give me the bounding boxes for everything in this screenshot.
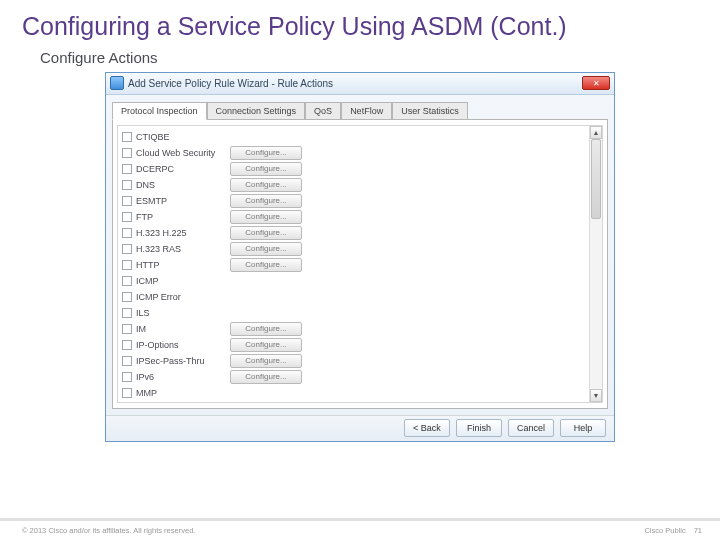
protocol-label: DNS [136, 180, 226, 190]
protocol-checkbox[interactable] [122, 228, 132, 238]
configure-button[interactable]: Configure... [230, 370, 302, 384]
protocol-checkbox[interactable] [122, 308, 132, 318]
protocol-label: FTP [136, 212, 226, 222]
protocol-checkbox[interactable] [122, 132, 132, 142]
scroll-up-icon[interactable]: ▲ [590, 126, 602, 139]
configure-button[interactable]: Configure... [230, 322, 302, 336]
protocol-row: IPSec-Pass-ThruConfigure... [122, 353, 585, 369]
protocol-label: H.323 RAS [136, 244, 226, 254]
protocol-label: H.323 H.225 [136, 228, 226, 238]
protocol-checkbox[interactable] [122, 164, 132, 174]
protocol-row: DCERPCConfigure... [122, 161, 585, 177]
protocol-label: IM [136, 324, 226, 334]
close-icon[interactable]: ✕ [582, 76, 610, 90]
protocol-label: IP-Options [136, 340, 226, 350]
configure-button[interactable]: Configure... [230, 226, 302, 240]
tabs-row: Protocol InspectionConnection SettingsQo… [112, 101, 608, 119]
protocol-checkbox[interactable] [122, 388, 132, 398]
window-title: Add Service Policy Rule Wizard - Rule Ac… [128, 78, 582, 89]
protocol-row: ICMP [122, 273, 585, 289]
tab-netflow[interactable]: NetFlow [341, 102, 392, 120]
cancel-button[interactable]: Cancel [508, 419, 554, 437]
protocol-label: ICMP [136, 276, 226, 286]
protocol-label: HTTP [136, 260, 226, 270]
protocol-row: CTIQBE [122, 129, 585, 145]
finish-button[interactable]: Finish [456, 419, 502, 437]
protocol-list: CTIQBECloud Web SecurityConfigure...DCER… [117, 125, 603, 403]
protocol-label: IPv6 [136, 372, 226, 382]
protocol-row: ILS [122, 305, 585, 321]
protocol-checkbox[interactable] [122, 324, 132, 334]
protocol-label: DCERPC [136, 164, 226, 174]
configure-button[interactable]: Configure... [230, 402, 302, 403]
scrollbar[interactable]: ▲ ▼ [589, 126, 602, 402]
protocol-row: MMP [122, 385, 585, 401]
configure-button[interactable]: Configure... [230, 178, 302, 192]
page-number: 71 [694, 526, 702, 535]
protocol-label: CTIQBE [136, 132, 226, 142]
protocol-checkbox[interactable] [122, 292, 132, 302]
protocol-row: ESMTPConfigure... [122, 193, 585, 209]
protocol-row: IP-OptionsConfigure... [122, 337, 585, 353]
protocol-row: IMConfigure... [122, 321, 585, 337]
configure-button[interactable]: Configure... [230, 338, 302, 352]
configure-button[interactable]: Configure... [230, 242, 302, 256]
protocol-checkbox[interactable] [122, 244, 132, 254]
protocol-label: MMP [136, 388, 226, 398]
window-body: Protocol InspectionConnection SettingsQo… [106, 95, 614, 415]
protocol-row: H.323 H.225Configure... [122, 225, 585, 241]
configure-button[interactable]: Configure... [230, 194, 302, 208]
protocol-checkbox[interactable] [122, 260, 132, 270]
protocol-label: Cloud Web Security [136, 148, 226, 158]
protocol-label: ILS [136, 308, 226, 318]
tab-connection-settings[interactable]: Connection Settings [207, 102, 306, 120]
protocol-row: IPv6Configure... [122, 369, 585, 385]
slide-subtitle: Configure Actions [0, 43, 720, 72]
wizard-window: Add Service Policy Rule Wizard - Rule Ac… [105, 72, 615, 442]
scroll-down-icon[interactable]: ▼ [590, 389, 602, 402]
protocol-row: DNSConfigure... [122, 177, 585, 193]
protocol-row: ICMP Error [122, 289, 585, 305]
copyright-text: © 2013 Cisco and/or its affiliates. All … [22, 526, 195, 535]
protocol-checkbox[interactable] [122, 276, 132, 286]
protocol-row: Cloud Web SecurityConfigure... [122, 145, 585, 161]
configure-button[interactable]: Configure... [230, 162, 302, 176]
protocol-checkbox[interactable] [122, 212, 132, 222]
protocol-row: FTPConfigure... [122, 209, 585, 225]
classification-text: Cisco Public [644, 526, 685, 535]
protocol-row: MGCPConfigure... [122, 401, 585, 403]
protocol-checkbox[interactable] [122, 196, 132, 206]
configure-button[interactable]: Configure... [230, 354, 302, 368]
protocol-checkbox[interactable] [122, 372, 132, 382]
help-button[interactable]: Help [560, 419, 606, 437]
slide-title: Configuring a Service Policy Using ASDM … [0, 0, 720, 43]
protocol-label: IPSec-Pass-Thru [136, 356, 226, 366]
protocol-checkbox[interactable] [122, 180, 132, 190]
scroll-track[interactable] [590, 139, 602, 389]
tab-panel-protocol-inspection: CTIQBECloud Web SecurityConfigure...DCER… [112, 119, 608, 409]
protocol-row: HTTPConfigure... [122, 257, 585, 273]
configure-button[interactable]: Configure... [230, 146, 302, 160]
app-icon [110, 76, 124, 90]
tab-user-statistics[interactable]: User Statistics [392, 102, 468, 120]
protocol-checkbox[interactable] [122, 340, 132, 350]
protocol-label: ICMP Error [136, 292, 226, 302]
window-titlebar: Add Service Policy Rule Wizard - Rule Ac… [106, 73, 614, 95]
protocol-row: H.323 RASConfigure... [122, 241, 585, 257]
configure-button[interactable]: Configure... [230, 210, 302, 224]
wizard-button-row: < Back Finish Cancel Help [106, 415, 614, 441]
tab-protocol-inspection[interactable]: Protocol Inspection [112, 102, 207, 120]
protocol-checkbox[interactable] [122, 356, 132, 366]
protocol-label: ESMTP [136, 196, 226, 206]
slide-footer: © 2013 Cisco and/or its affiliates. All … [0, 518, 720, 540]
configure-button[interactable]: Configure... [230, 258, 302, 272]
scroll-thumb[interactable] [591, 139, 601, 219]
protocol-checkbox[interactable] [122, 148, 132, 158]
tab-qos[interactable]: QoS [305, 102, 341, 120]
back-button[interactable]: < Back [404, 419, 450, 437]
